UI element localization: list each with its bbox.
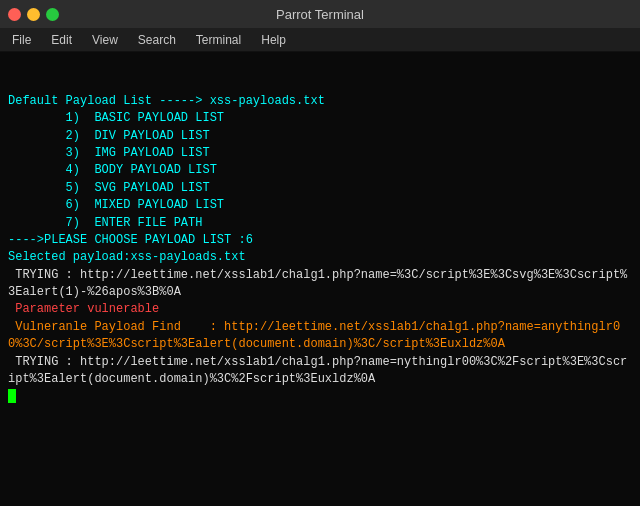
terminal-line: TRYING : http://leettime.net/xsslab1/cha… xyxy=(8,267,632,302)
terminal-output: Default Payload List -----> xss-payloads… xyxy=(8,58,632,406)
maximize-button[interactable] xyxy=(46,8,59,21)
minimize-button[interactable] xyxy=(27,8,40,21)
terminal-line: Parameter vulnerable xyxy=(8,301,632,318)
menu-terminal[interactable]: Terminal xyxy=(188,31,249,49)
terminal-line: Default Payload List -----> xss-payloads… xyxy=(8,93,632,110)
menu-file[interactable]: File xyxy=(4,31,39,49)
terminal-line: 5) SVG PAYLOAD LIST xyxy=(8,180,632,197)
terminal-line: 7) ENTER FILE PATH xyxy=(8,215,632,232)
terminal-line: Selected payload:xss-payloads.txt xyxy=(8,249,632,266)
menu-help[interactable]: Help xyxy=(253,31,294,49)
terminal-line: 6) MIXED PAYLOAD LIST xyxy=(8,197,632,214)
cursor xyxy=(8,389,16,403)
terminal-body[interactable]: Default Payload List -----> xss-payloads… xyxy=(0,52,640,506)
terminal-line: 1) BASIC PAYLOAD LIST xyxy=(8,110,632,127)
terminal-line: Vulneranle Payload Find : http://leettim… xyxy=(8,319,632,354)
terminal-window: Parrot Terminal File Edit View Search Te… xyxy=(0,0,640,506)
close-button[interactable] xyxy=(8,8,21,21)
terminal-line: TRYING : http://leettime.net/xsslab1/cha… xyxy=(8,354,632,389)
window-controls xyxy=(8,8,59,21)
window-title: Parrot Terminal xyxy=(276,7,364,22)
terminal-line xyxy=(8,388,632,405)
menu-view[interactable]: View xyxy=(84,31,126,49)
menu-search[interactable]: Search xyxy=(130,31,184,49)
terminal-line: 3) IMG PAYLOAD LIST xyxy=(8,145,632,162)
titlebar: Parrot Terminal xyxy=(0,0,640,28)
menubar: File Edit View Search Terminal Help xyxy=(0,28,640,52)
menu-edit[interactable]: Edit xyxy=(43,31,80,49)
terminal-line: ---->PLEASE CHOOSE PAYLOAD LIST :6 xyxy=(8,232,632,249)
terminal-line: 4) BODY PAYLOAD LIST xyxy=(8,162,632,179)
terminal-line: 2) DIV PAYLOAD LIST xyxy=(8,128,632,145)
